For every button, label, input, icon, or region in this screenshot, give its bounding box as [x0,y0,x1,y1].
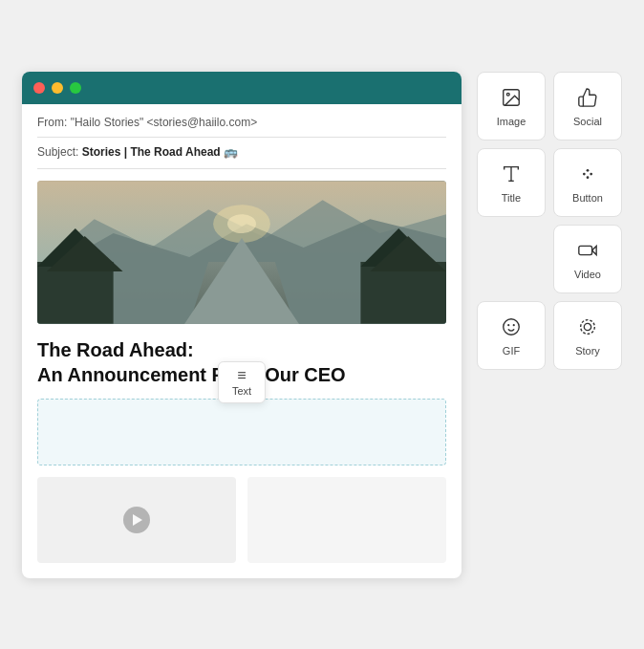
toolbar-row-4: GIF Story [477,301,622,370]
tool-social-label: Social [573,116,602,127]
tool-image-label: Image [497,116,526,127]
svg-point-22 [504,318,520,335]
title-line1: The Road Ahead: [37,339,194,360]
text-tooltip-icon: ≡ [237,368,246,383]
tool-title-label: Title [502,192,521,204]
tool-image[interactable]: Image [477,72,546,141]
tool-video[interactable]: Video [553,225,622,293]
media-row [37,477,446,563]
svg-point-12 [227,214,256,233]
title-line2: An Announcement From Our CEO [37,364,346,385]
media-block-empty[interactable] [247,477,446,563]
hero-svg [37,181,446,324]
sidebar-toolbar: Image Social [477,72,622,370]
tool-title[interactable]: Title [477,148,546,217]
svg-rect-21 [579,246,592,254]
tool-gif-label: GIF [503,345,520,357]
gif-icon [499,314,524,339]
svg-point-18 [587,168,590,171]
email-body: The Road Ahead: An Announcement From Our… [22,169,462,578]
from-value: "Hailo Stories" <stories@haiilo.com> [71,116,257,129]
tool-video-label: Video [574,269,601,280]
from-label: From: [37,116,67,129]
subject-value: Stories | The Road Ahead 🚌 [82,145,238,159]
media-block-video[interactable] [37,477,236,563]
play-button[interactable] [123,507,150,533]
toolbar-row-3: Video [477,225,622,293]
button-icon [575,162,600,186]
toolbar-row-2: Title Button [477,148,622,217]
svg-marker-10 [237,270,247,323]
video-icon [575,238,600,263]
hero-image [37,181,446,324]
email-from-row: From: "Hailo Stories" <stories@haiilo.co… [37,116,446,138]
text-block[interactable]: ≡ Text [37,399,446,465]
svg-point-23 [507,324,509,326]
email-meta: From: "Hailo Stories" <stories@haiilo.co… [22,104,462,169]
image-icon [499,85,524,110]
text-tooltip-label: Text [232,385,251,397]
svg-point-19 [590,172,592,175]
svg-point-14 [506,93,509,96]
email-subject-row: Subject: Stories | The Road Ahead 🚌 [37,145,446,169]
subject-label: Subject: [37,145,78,159]
play-icon [133,514,142,526]
window-dot-red[interactable] [33,82,45,94]
text-tooltip: ≡ Text [218,361,266,403]
toolbar-row-1: Image Social [477,72,622,141]
svg-point-17 [583,172,586,175]
svg-point-25 [584,323,590,330]
svg-point-24 [513,324,515,326]
email-window: From: "Hailo Stories" <stories@haiilo.co… [22,72,462,578]
tool-button[interactable]: Button [553,148,622,217]
tool-button-label: Button [572,192,603,204]
window-dot-yellow[interactable] [52,82,63,94]
story-icon [575,314,600,339]
tool-social[interactable]: Social [553,72,622,141]
tool-story[interactable]: Story [553,301,622,370]
svg-marker-9 [189,261,293,323]
workspace: From: "Hailo Stories" <stories@haiilo.co… [3,53,641,597]
window-titlebar [22,72,462,104]
title-icon [499,162,524,186]
tool-gif[interactable]: GIF [477,301,546,370]
svg-point-26 [581,319,595,334]
social-icon [575,85,600,110]
svg-point-20 [587,176,590,179]
window-dot-green[interactable] [70,82,81,94]
tool-story-label: Story [575,345,600,357]
